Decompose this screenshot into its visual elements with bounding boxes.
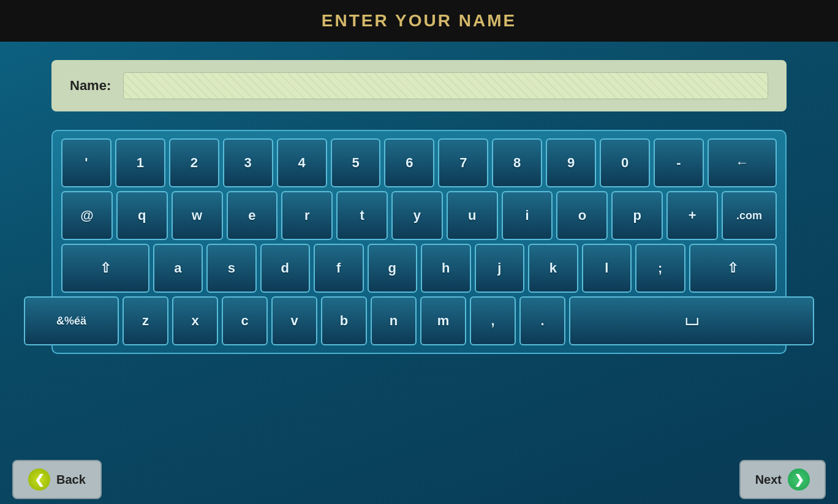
key-shift-left[interactable]: ⇧ [61,244,149,293]
key-apostrophe[interactable]: ' [61,138,111,187]
next-label: Next [755,473,782,487]
key-l[interactable]: l [582,244,632,293]
key-dotcom[interactable]: .com [722,191,777,240]
key-e[interactable]: e [227,191,278,240]
bottom-nav: ❮ Back Next ❯ [0,453,838,504]
key-b[interactable]: b [321,296,367,345]
next-icon: ❯ [788,468,810,491]
key-period[interactable]: . [519,296,565,345]
main-area: Name: ' 1 2 3 4 5 6 7 8 9 0 - ← @ q w e … [0,42,838,504]
name-label: Name: [70,78,111,94]
next-button[interactable]: Next ❯ [739,460,826,499]
key-j[interactable]: j [475,244,525,293]
key-4[interactable]: 4 [277,138,327,187]
key-backspace[interactable]: ← [708,138,777,187]
key-semicolon[interactable]: ; [635,244,685,293]
key-y[interactable]: y [391,191,443,240]
key-w[interactable]: w [172,191,223,240]
keyboard-row-3: ⇧ a s d f g h j k l ; ⇧ [61,244,777,293]
key-2[interactable]: 2 [169,138,219,187]
back-label: Back [56,473,86,487]
keyboard: ' 1 2 3 4 5 6 7 8 9 0 - ← @ q w e r t y … [51,130,787,354]
key-0[interactable]: 0 [600,138,650,187]
key-a[interactable]: a [153,244,203,293]
key-m[interactable]: m [420,296,466,345]
key-special-chars[interactable]: &%éä [24,296,119,345]
key-z[interactable]: z [123,296,168,345]
key-6[interactable]: 6 [384,138,434,187]
title-bar: ENTER YOUR NAME [0,0,838,42]
key-t[interactable]: t [336,191,388,240]
key-u[interactable]: u [447,191,498,240]
key-8[interactable]: 8 [492,138,542,187]
key-n[interactable]: n [371,296,417,345]
key-r[interactable]: r [281,191,333,240]
keyboard-row-4: &%éä z x c v b n m , . ⌴ [61,296,777,345]
back-icon: ❮ [28,468,50,491]
key-3[interactable]: 3 [223,138,273,187]
key-i[interactable]: i [502,191,553,240]
key-space[interactable]: ⌴ [569,296,814,345]
key-comma[interactable]: , [470,296,516,345]
key-h[interactable]: h [421,244,471,293]
key-s[interactable]: s [206,244,257,293]
keyboard-row-2: @ q w e r t y u i o p + .com [61,191,777,240]
back-button[interactable]: ❮ Back [12,460,102,499]
key-p[interactable]: p [611,191,663,240]
key-minus[interactable]: - [654,138,704,187]
name-section: Name: [51,60,787,111]
key-k[interactable]: k [528,244,578,293]
keyboard-row-1: ' 1 2 3 4 5 6 7 8 9 0 - ← [61,138,777,187]
key-at[interactable]: @ [61,191,113,240]
key-plus[interactable]: + [666,191,718,240]
key-f[interactable]: f [314,244,364,293]
key-5[interactable]: 5 [331,138,381,187]
key-v[interactable]: v [271,296,317,345]
key-d[interactable]: d [260,244,311,293]
key-9[interactable]: 9 [546,138,596,187]
key-shift-right[interactable]: ⇧ [689,244,777,293]
key-c[interactable]: c [222,296,268,345]
key-7[interactable]: 7 [438,138,488,187]
name-input[interactable] [123,72,768,99]
key-q[interactable]: q [116,191,168,240]
key-1[interactable]: 1 [115,138,165,187]
key-g[interactable]: g [368,244,418,293]
page-title: ENTER YOUR NAME [0,11,838,31]
key-o[interactable]: o [556,191,608,240]
key-x[interactable]: x [172,296,218,345]
